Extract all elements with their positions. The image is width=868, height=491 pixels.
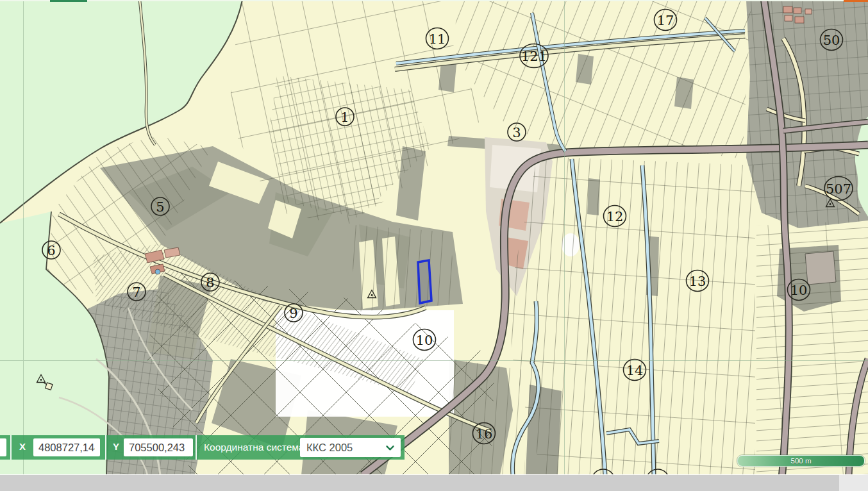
app-window: 1112117501351250768713109101416 X Y Коор…: [0, 0, 868, 491]
section-number-label: 9: [289, 306, 297, 321]
section-number-label: 10: [416, 333, 433, 348]
x-axis-label: X: [19, 441, 26, 452]
section-number-label: 17: [657, 13, 674, 28]
cadastral-map-canvas[interactable]: 1112117501351250768713109101416: [0, 0, 868, 475]
horizontal-scrollbar-thumb[interactable]: [0, 475, 839, 491]
section-number-label: 14: [626, 363, 644, 378]
section-number-label: 3: [512, 125, 521, 140]
toolbar-divider: [196, 435, 197, 460]
section-number-label: 8: [206, 275, 214, 290]
section-number-label: 16: [476, 426, 493, 442]
section-number-label: 121: [521, 49, 547, 64]
coordinate-toolbar: X Y Координатна система ККС 2005: [0, 435, 405, 460]
chevron-down-icon: [385, 442, 396, 453]
y-coordinate-input[interactable]: [124, 438, 193, 456]
x-coordinate-input[interactable]: [33, 438, 100, 456]
section-number-label: 10: [790, 283, 808, 298]
section-number-label: 11: [429, 31, 446, 47]
section-number-label: 12: [606, 209, 624, 224]
top-green-segment: [50, 0, 87, 2]
coord-system-select[interactable]: ККС 2005: [300, 438, 401, 457]
clipped-input-edge[interactable]: [0, 438, 6, 456]
selected-parcel-highlight[interactable]: [418, 260, 431, 303]
section-number-label: 1: [340, 110, 349, 125]
coord-system-value: ККС 2005: [306, 442, 353, 454]
y-axis-label: Y: [113, 441, 119, 452]
section-number-label: 50: [823, 33, 840, 48]
section-number-label: 6: [47, 243, 55, 258]
scale-bar-label: 500 m: [791, 457, 812, 465]
toolbar-divider: [105, 435, 106, 460]
map-scale-bar: 500 m: [737, 455, 865, 467]
toolbar-divider: [10, 435, 12, 460]
top-edge-line: [0, 0, 868, 1]
section-number-label: 5: [156, 199, 164, 215]
map-viewport[interactable]: 1112117501351250768713109101416: [0, 0, 868, 475]
section-number-label: 7: [132, 285, 140, 300]
top-orange-segment: [844, 0, 868, 2]
section-number-label: 13: [689, 274, 706, 289]
coord-system-label: Координатна система: [204, 442, 305, 453]
section-number-label: 507: [826, 181, 851, 197]
horizontal-scrollbar-track[interactable]: [0, 474, 868, 491]
